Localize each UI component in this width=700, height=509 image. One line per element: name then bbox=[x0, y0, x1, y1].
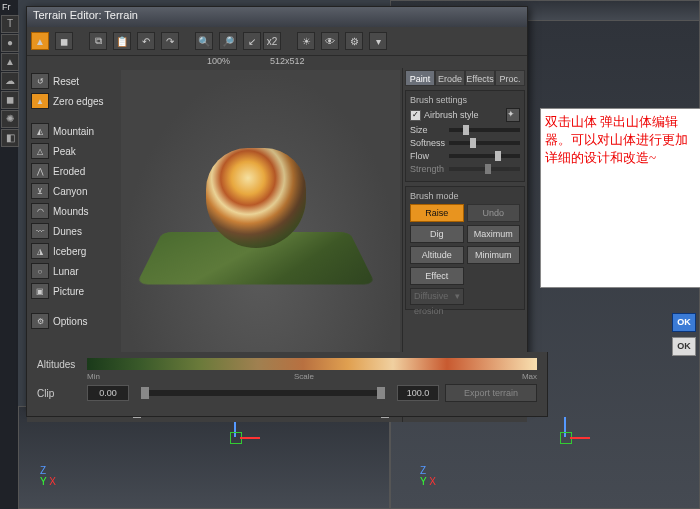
erosion-combo[interactable]: Diffusive erosion▾ bbox=[410, 288, 464, 305]
settings-icon[interactable]: ⚙ bbox=[345, 32, 363, 50]
maximum-button[interactable]: Maximum bbox=[467, 225, 521, 243]
gradient-scale: Scale bbox=[294, 372, 314, 381]
zoom-out-icon[interactable]: 🔎 bbox=[219, 32, 237, 50]
paste-icon[interactable]: 📋 bbox=[113, 32, 131, 50]
scale-up-icon[interactable]: x2 bbox=[263, 32, 281, 50]
transform-gizmo[interactable] bbox=[225, 432, 255, 462]
undo-button[interactable]: Undo bbox=[467, 204, 521, 222]
tab-effects[interactable]: Effects bbox=[465, 70, 495, 86]
chevron-down-icon[interactable]: ▾ bbox=[369, 32, 387, 50]
softness-label: Softness bbox=[410, 138, 446, 148]
zero-edges-button[interactable]: ▲Zero edges bbox=[29, 92, 117, 110]
zoom-in-icon[interactable]: 🔍 bbox=[195, 32, 213, 50]
tab-proc[interactable]: Proc. bbox=[495, 70, 525, 86]
clip-slider[interactable] bbox=[141, 390, 385, 396]
flow-slider[interactable] bbox=[449, 154, 520, 158]
minimum-button[interactable]: Minimum bbox=[467, 246, 521, 264]
preset-mountain[interactable]: ◭Mountain bbox=[29, 122, 117, 140]
light-icon[interactable]: ☀ bbox=[297, 32, 315, 50]
export-terrain-button[interactable]: Export terrain bbox=[445, 384, 537, 402]
eye-icon[interactable]: 👁 bbox=[321, 32, 339, 50]
flow-label: Flow bbox=[410, 151, 446, 161]
editor-toolbar: ▲ ◼ ⧉ 📋 ↶ ↷ 🔍 🔎 ↙ x2 ☀ 👁 ⚙ ▾ bbox=[27, 27, 527, 56]
preset-lunar[interactable]: ○Lunar bbox=[29, 262, 117, 280]
chevron-down-icon: ▾ bbox=[455, 289, 460, 304]
window-titlebar[interactable]: Terrain Editor: Terrain bbox=[27, 7, 527, 27]
annotation-note: 双击山体 弹出山体编辑器。可以对山体进行更加详细的设计和改造~ bbox=[540, 108, 700, 288]
size-label: Size bbox=[410, 125, 446, 135]
brush-mode-title: Brush mode bbox=[410, 191, 520, 201]
panel-tabs: Paint Erode Effects Proc. bbox=[405, 70, 525, 86]
strength-slider bbox=[449, 167, 520, 171]
brush-settings-title: Brush settings bbox=[410, 95, 520, 105]
transform-gizmo-2[interactable] bbox=[555, 432, 585, 462]
softness-slider[interactable] bbox=[449, 141, 520, 145]
preset-iceberg[interactable]: ◮Iceberg bbox=[29, 242, 117, 260]
airbrush-checkbox[interactable]: ✓ bbox=[410, 110, 421, 121]
ok-button-2[interactable]: OK bbox=[672, 337, 696, 356]
scale-down-icon[interactable]: ↙ bbox=[243, 32, 261, 50]
tab-erode[interactable]: Erode bbox=[435, 70, 465, 86]
terrain-mesh bbox=[151, 130, 361, 300]
pin-icon[interactable]: ✦ bbox=[506, 108, 520, 122]
altitude-button[interactable]: Altitude bbox=[410, 246, 464, 264]
altitude-bar: Altitudes Min Scale Max Clip 0.00 100.0 … bbox=[26, 352, 548, 417]
preset-picture[interactable]: ▣Picture bbox=[29, 282, 117, 300]
preset-mounds[interactable]: ◠Mounds bbox=[29, 202, 117, 220]
undo-icon[interactable]: ↶ bbox=[137, 32, 155, 50]
reset-button[interactable]: ↺Reset bbox=[29, 72, 117, 90]
raise-button[interactable]: Raise bbox=[410, 204, 464, 222]
redo-icon[interactable]: ↷ bbox=[161, 32, 179, 50]
gradient-max: Max bbox=[522, 372, 537, 381]
zoom-value: 100% bbox=[207, 56, 230, 66]
tool-icon[interactable]: ◼ bbox=[55, 32, 73, 50]
options-button[interactable]: ⚙Options bbox=[29, 312, 117, 330]
clip-label: Clip bbox=[37, 388, 81, 399]
tool-cloud-icon[interactable]: ☁ bbox=[1, 72, 19, 90]
ok-button[interactable]: OK bbox=[672, 313, 696, 332]
airbrush-label: Airbrush style bbox=[424, 110, 479, 120]
gradient-min: Min bbox=[87, 372, 100, 381]
preset-peak[interactable]: △Peak bbox=[29, 142, 117, 160]
window-title: Terrain Editor: Terrain bbox=[33, 9, 138, 21]
tool-sphere-icon[interactable]: ● bbox=[1, 34, 19, 52]
tab-paint[interactable]: Paint bbox=[405, 70, 435, 86]
tool-misc-icon[interactable]: ◧ bbox=[1, 129, 19, 147]
altitude-gradient[interactable]: Min Scale Max bbox=[87, 358, 537, 370]
brush-settings-group: Brush settings ✓Airbrush style✦ Size Sof… bbox=[405, 90, 525, 182]
preset-dunes[interactable]: 〰Dunes bbox=[29, 222, 117, 240]
dig-button[interactable]: Dig bbox=[410, 225, 464, 243]
effect-button[interactable]: Effect bbox=[410, 267, 464, 285]
altitudes-label: Altitudes bbox=[37, 359, 81, 370]
clip-low-input[interactable]: 0.00 bbox=[87, 385, 129, 401]
size-slider[interactable] bbox=[449, 128, 520, 132]
strength-label: Strength bbox=[410, 164, 446, 174]
annotation-text: 双击山体 弹出山体编辑器。可以对山体进行更加详细的设计和改造~ bbox=[545, 114, 688, 165]
brush-mode-group: Brush mode Raise Undo Dig Maximum Altitu… bbox=[405, 186, 525, 310]
tool-text-icon[interactable]: T bbox=[1, 15, 19, 33]
tool-cube-icon[interactable]: ◼ bbox=[1, 91, 19, 109]
left-toolbar: Fr T ● ▲ ☁ ◼ ✺ ◧ bbox=[0, 0, 18, 509]
copy-icon[interactable]: ⧉ bbox=[89, 32, 107, 50]
axis-indicator-bl: ZY X bbox=[40, 465, 56, 487]
active-tool-icon[interactable]: ▲ bbox=[31, 32, 49, 50]
clip-high-input[interactable]: 100.0 bbox=[397, 385, 439, 401]
canvas-size: 512x512 bbox=[270, 56, 305, 66]
preset-eroded[interactable]: ⋀Eroded bbox=[29, 162, 117, 180]
preset-canyon[interactable]: ⊻Canyon bbox=[29, 182, 117, 200]
axis-indicator-br: ZY X bbox=[420, 465, 436, 487]
tool-light-icon[interactable]: ✺ bbox=[1, 110, 19, 128]
front-view-label: Fr bbox=[0, 0, 18, 14]
tool-terrain-icon[interactable]: ▲ bbox=[1, 53, 19, 71]
terrain-editor-window: Terrain Editor: Terrain ▲ ◼ ⧉ 📋 ↶ ↷ 🔍 🔎 … bbox=[26, 6, 528, 408]
